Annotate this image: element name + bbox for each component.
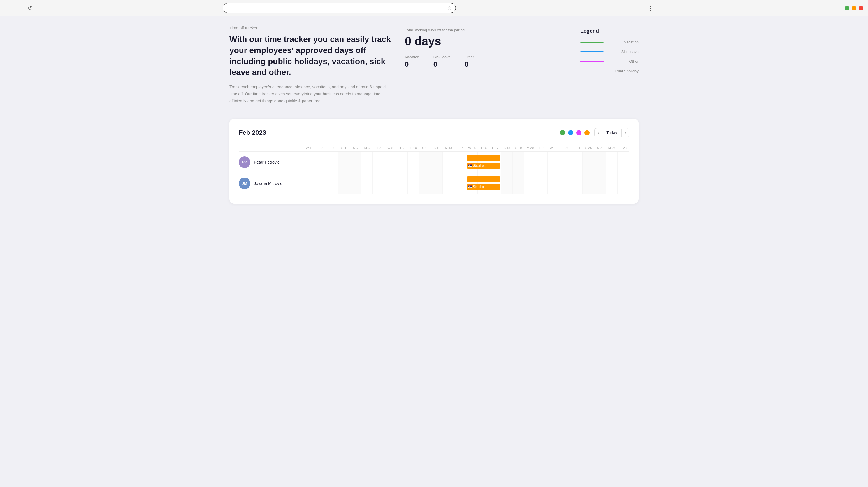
legend-label-vacation: Vacation	[615, 40, 639, 44]
employee-row-0: PPPetar Petrovic🇷🇸 Stateho...	[239, 152, 629, 173]
legend-line-vacation	[580, 42, 603, 42]
employee-info-1: JMJovana Mitrovic	[239, 174, 303, 193]
hero-title: With our time tracker you can easily tra…	[229, 34, 391, 78]
legend-item-holiday: Public holiday	[580, 69, 639, 73]
top-section: Time off tracker With our time tracker y…	[229, 26, 639, 105]
day-header-14: T 14	[455, 144, 466, 151]
calendar-controls: ‹ Today ›	[560, 128, 629, 138]
day-header-4: S 4	[338, 144, 349, 151]
nav-today-control: ‹ Today ›	[594, 128, 629, 138]
timeline-wrapper-0: 🇷🇸 Stateho...	[303, 152, 629, 173]
legend-item-other: Other	[580, 59, 639, 64]
stat-other: Other 0	[465, 55, 474, 68]
stats-row: Vacation 0 Sick leave 0 Other 0	[405, 55, 566, 68]
page-content: Time off tracker With our time tracker y…	[215, 16, 653, 213]
employee-name-0: Petar Petrovic	[254, 160, 280, 164]
stat-vacation-value: 0	[405, 60, 420, 68]
day-header-23: T 23	[559, 144, 571, 151]
prev-month-button[interactable]: ‹	[595, 128, 602, 137]
address-bar[interactable]: ☆	[223, 3, 456, 13]
day-header-16: T 16	[478, 144, 489, 151]
forward-button[interactable]: →	[15, 4, 23, 12]
avatar-0: PP	[239, 156, 250, 168]
traffic-light-red	[859, 6, 863, 10]
browser-chrome: ← → ↺ ☆ ⋮	[0, 0, 868, 16]
day-header-20: M 20	[524, 144, 536, 151]
day-header-18: S 18	[501, 144, 513, 151]
legend-line-other	[580, 61, 603, 62]
day-header-28: T 28	[618, 144, 629, 151]
stat-other-label: Other	[465, 55, 474, 59]
day-header-1: W 1	[303, 144, 314, 151]
stat-other-value: 0	[465, 60, 474, 68]
legend-line-sick	[580, 51, 603, 52]
event-bar-flag-0[interactable]: 🇷🇸 Stateho...	[467, 163, 500, 169]
day-header-13: M 13	[443, 144, 455, 151]
stats-total-value: 0 days	[405, 35, 566, 48]
timeline-wrapper-1: 🇷🇸 Stateho...	[303, 173, 629, 194]
url-input[interactable]	[227, 6, 447, 10]
day-header-21: T 21	[536, 144, 548, 151]
nav-buttons: ← → ↺	[5, 4, 34, 12]
traffic-lights	[845, 6, 863, 10]
bookmark-icon: ☆	[447, 5, 452, 11]
dot-sick	[568, 130, 573, 135]
stat-sick-value: 0	[433, 60, 451, 68]
dot-other	[576, 130, 582, 135]
calendar-title: Feb 2023	[239, 129, 266, 136]
stats-section: Total working days off for the period 0 …	[405, 26, 566, 105]
day-header-9: T 9	[396, 144, 408, 151]
today-label: Today	[602, 129, 621, 137]
event-bar-top-0[interactable]	[467, 155, 500, 161]
legend-label-sick: Sick leave	[615, 50, 639, 54]
stat-vacation: Vacation 0	[405, 55, 420, 68]
dot-holiday	[584, 130, 590, 135]
day-header-5: S 5	[349, 144, 361, 151]
day-header-26: S 26	[594, 144, 606, 151]
employee-info-0: PPPetar Petrovic	[239, 153, 303, 172]
day-header-27: M 27	[606, 144, 618, 151]
event-bar-top-1[interactable]	[467, 176, 500, 182]
employee-row-1: JMJovana Mitrovic🇷🇸 Stateho...	[239, 173, 629, 194]
day-header-17: F 17	[489, 144, 501, 151]
calendar-section: Feb 2023 ‹ Today › W 1T 2F 3S 4S 5M 6T 7…	[229, 119, 639, 204]
day-header-2: T 2	[314, 144, 326, 151]
legend-title: Legend	[580, 28, 639, 34]
legend-item-sick: Sick leave	[580, 50, 639, 54]
header-empty	[239, 144, 303, 151]
day-header-11: S 11	[420, 144, 431, 151]
back-button[interactable]: ←	[5, 4, 13, 12]
days-header: W 1T 2F 3S 4S 5M 6T 7W 8T 9F 10S 11S 12M…	[239, 144, 629, 152]
traffic-light-green	[845, 6, 849, 10]
stats-total-label: Total working days off for the period	[405, 28, 566, 32]
event-bar-flag-1[interactable]: 🇷🇸 Stateho...	[467, 184, 500, 190]
refresh-button[interactable]: ↺	[26, 4, 34, 12]
legend-line-holiday	[580, 70, 603, 71]
stat-sick-label: Sick leave	[433, 55, 451, 59]
calendar-grid: W 1T 2F 3S 4S 5M 6T 7W 8T 9F 10S 11S 12M…	[239, 144, 629, 194]
hero-section: Time off tracker With our time tracker y…	[229, 26, 391, 105]
hero-description: Track each employee's attendance, absenc…	[229, 84, 391, 104]
day-header-22: W 22	[548, 144, 559, 151]
day-header-24: F 24	[571, 144, 583, 151]
color-dots	[560, 130, 590, 135]
stat-sick: Sick leave 0	[433, 55, 451, 68]
day-header-8: W 8	[384, 144, 396, 151]
next-month-button[interactable]: ›	[622, 128, 629, 137]
day-header-6: M 6	[361, 144, 373, 151]
traffic-light-yellow	[852, 6, 856, 10]
browser-menu-button[interactable]: ⋮	[645, 3, 656, 13]
legend-label-holiday: Public holiday	[615, 69, 639, 73]
day-header-15: W 15	[466, 144, 478, 151]
day-header-19: S 19	[513, 144, 524, 151]
app-label: Time off tracker	[229, 26, 391, 30]
today-line	[443, 150, 443, 174]
dot-vacation	[560, 130, 565, 135]
day-header-12: S 12	[431, 144, 443, 151]
day-header-3: F 3	[326, 144, 338, 151]
day-header-10: F 10	[408, 144, 420, 151]
legend-item-vacation: Vacation	[580, 40, 639, 44]
employee-name-1: Jovana Mitrovic	[254, 181, 282, 186]
avatar-1: JM	[239, 178, 250, 189]
day-header-7: T 7	[373, 144, 384, 151]
